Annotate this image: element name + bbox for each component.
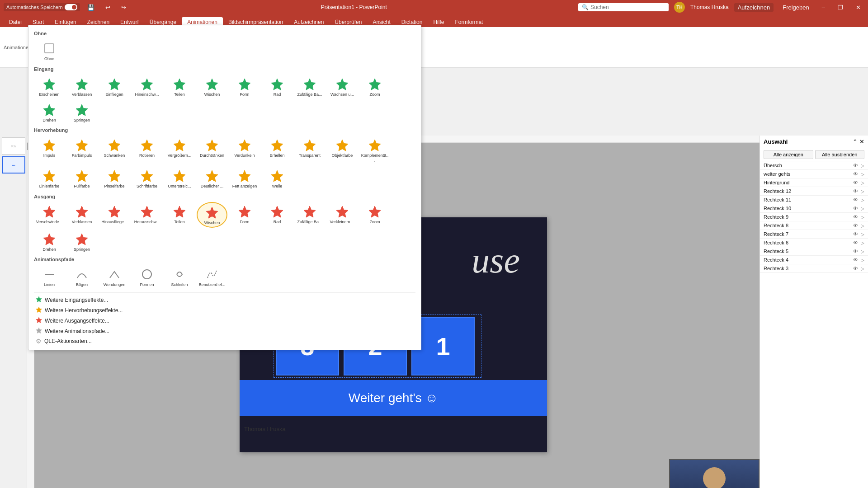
- anim-springen_ein[interactable]: Springen: [66, 100, 97, 124]
- undo-button[interactable]: ↩: [102, 3, 114, 12]
- anim-welle[interactable]: Welle: [262, 166, 292, 190]
- visibility-icon[interactable]: 👁: [853, 188, 858, 194]
- anim-form_aus[interactable]: Form: [229, 202, 260, 228]
- list-item[interactable]: Rechteck 6👁▷: [760, 239, 868, 247]
- tab-hilfe[interactable]: Hilfe: [428, 17, 449, 27]
- visibility-icon[interactable]: 👁: [853, 163, 858, 168]
- list-item[interactable]: Rechteck 9👁▷: [760, 213, 868, 221]
- play-icon[interactable]: ▷: [861, 197, 864, 202]
- list-item[interactable]: Rechteck 8👁▷: [760, 221, 868, 230]
- play-icon[interactable]: ▷: [861, 249, 864, 254]
- anim-teilen[interactable]: Teilen: [164, 75, 195, 99]
- visibility-icon[interactable]: 👁: [853, 171, 858, 177]
- list-item[interactable]: Übersch👁▷: [760, 161, 868, 170]
- anim-verdunkeln[interactable]: Verdunkeln: [229, 136, 260, 164]
- anim-springen_aus[interactable]: Springen: [66, 230, 97, 253]
- anim-linien[interactable]: Linien: [34, 265, 65, 289]
- play-icon[interactable]: ▷: [861, 266, 864, 271]
- search-input[interactable]: [590, 4, 658, 10]
- anim-schriftfarbe[interactable]: Schriftfarbe: [132, 166, 162, 190]
- anim-impuls[interactable]: Impuls: [34, 136, 65, 164]
- list-item[interactable]: Rechteck 11👁▷: [760, 196, 868, 204]
- record-button[interactable]: Aufzeichnen: [734, 3, 774, 12]
- anim-erhellen[interactable]: Erhellen: [262, 136, 292, 164]
- play-icon[interactable]: ▷: [861, 258, 864, 263]
- visibility-icon[interactable]: 👁: [853, 206, 858, 211]
- anim-herausschweben[interactable]: Herausschw...: [132, 202, 162, 228]
- anim-schleifen[interactable]: Schleifen: [164, 265, 195, 289]
- slide-thumb-1[interactable]: 1 Ka: [2, 137, 25, 155]
- list-item[interactable]: Rechteck 3👁▷: [760, 264, 868, 273]
- anim-rad_aus[interactable]: Rad: [262, 202, 292, 228]
- anim-erscheinen[interactable]: Erscheinen: [34, 75, 65, 99]
- list-item[interactable]: Rechteck 7👁▷: [760, 230, 868, 239]
- extra-link-weitere_ausgang[interactable]: Weitere Ausgangseffekte...: [34, 315, 415, 326]
- restore-button[interactable]: ❐: [834, 3, 847, 12]
- play-icon[interactable]: ▷: [861, 189, 864, 194]
- anim-form_ein[interactable]: Form: [229, 75, 260, 99]
- anim-verblassen[interactable]: Verblassen: [66, 75, 97, 99]
- anim-verblassen_aus[interactable]: Verblassen: [66, 202, 97, 228]
- close-button[interactable]: ✕: [852, 3, 864, 12]
- anim-teilen_aus[interactable]: Teilen: [164, 202, 195, 228]
- visibility-icon[interactable]: 👁: [853, 214, 858, 220]
- anim-zoom_ein[interactable]: Zoom: [359, 75, 390, 99]
- list-item[interactable]: weiter gehts👁▷: [760, 170, 868, 178]
- anim-pinselfarbe[interactable]: Pinselfarbe: [99, 166, 130, 190]
- visibility-icon[interactable]: 👁: [853, 180, 858, 185]
- panel-close-button[interactable]: ✕: [859, 138, 864, 145]
- anim-boegen[interactable]: Bögen: [66, 265, 97, 289]
- anim-hineinschweben[interactable]: Hineinschw...: [132, 75, 162, 99]
- list-item[interactable]: Rechteck 4👁▷: [760, 256, 868, 264]
- anim-farbimpuls[interactable]: Farbimpuls: [66, 136, 97, 164]
- anim-deutlicher[interactable]: Deutlicher ...: [197, 166, 227, 190]
- anim-drehen_ein[interactable]: Drehen: [34, 100, 65, 124]
- anim-hinausfliegen[interactable]: Hinausfliege...: [99, 202, 130, 228]
- anim-wischen_aus[interactable]: Wischen: [197, 202, 227, 228]
- list-item[interactable]: Rechteck 10👁▷: [760, 204, 868, 213]
- list-item[interactable]: Rechteck 5👁▷: [760, 247, 868, 256]
- anim-ohne[interactable]: Ohne: [34, 39, 65, 63]
- save-button[interactable]: 💾: [84, 3, 98, 12]
- hide-all-button[interactable]: Alle ausblenden: [815, 150, 865, 159]
- list-item[interactable]: Rechteck 12👁▷: [760, 187, 868, 196]
- anim-objektfarbe[interactable]: Objektfarbe: [327, 136, 358, 164]
- anim-benutzerdefiniert[interactable]: Benutzerd ef...: [197, 265, 227, 289]
- panel-expand-button[interactable]: ⌃: [853, 138, 858, 145]
- play-icon[interactable]: ▷: [861, 206, 864, 211]
- play-icon[interactable]: ▷: [861, 163, 864, 168]
- play-icon[interactable]: ▷: [861, 215, 864, 220]
- anim-unterstreichen[interactable]: Unterstreic...: [164, 166, 195, 190]
- anim-einfliegen[interactable]: Einfliegen: [99, 75, 130, 99]
- anim-verkleinern[interactable]: Verkleinern ...: [327, 202, 358, 228]
- anim-fuellfarbe[interactable]: Füllfarbe: [66, 166, 97, 190]
- show-all-button[interactable]: Alle anzeigen: [764, 150, 813, 159]
- extra-link-weitere_hervorhebung[interactable]: Weitere Hervorhebungseffekte...: [34, 305, 415, 315]
- anim-transparent[interactable]: Transparent: [294, 136, 325, 164]
- share-button[interactable]: Freigeben: [779, 3, 813, 12]
- tab-datei[interactable]: Datei: [4, 17, 27, 27]
- anim-komplementaer[interactable]: Komplementä...: [359, 136, 390, 164]
- visibility-icon[interactable]: 👁: [853, 240, 858, 245]
- anim-durchtraenken[interactable]: Durchtränken: [197, 136, 227, 164]
- play-icon[interactable]: ▷: [861, 180, 864, 185]
- anim-wendungen[interactable]: Wendungen: [99, 265, 130, 289]
- anim-wachsen[interactable]: Wachsen u...: [327, 75, 358, 99]
- list-item[interactable]: Hintergrund👁▷: [760, 178, 868, 187]
- anim-zufaellige_ba_aus[interactable]: Zufällige Ba...: [294, 202, 325, 228]
- visibility-icon[interactable]: 👁: [853, 257, 858, 263]
- play-icon[interactable]: ▷: [861, 240, 864, 245]
- extra-link-weitere_eingang[interactable]: Weitere Eingangseffekte...: [34, 295, 415, 305]
- anim-linienfarbe[interactable]: Linienfarbe: [34, 166, 65, 190]
- anim-verschwinden[interactable]: Verschwinde...: [34, 202, 65, 228]
- tab-formformat[interactable]: Formformat: [449, 17, 488, 27]
- anim-fett_anzeigen[interactable]: Fett anzeigen: [229, 166, 260, 190]
- minimize-button[interactable]: –: [818, 3, 829, 12]
- anim-formen[interactable]: Formen: [132, 265, 162, 289]
- search-box[interactable]: 🔍: [578, 3, 669, 11]
- visibility-icon[interactable]: 👁: [853, 223, 858, 228]
- anim-vergroessern[interactable]: Vergrößern...: [164, 136, 195, 164]
- play-icon[interactable]: ▷: [861, 232, 864, 237]
- anim-rotieren[interactable]: Rotieren: [132, 136, 162, 164]
- anim-zoom_aus[interactable]: Zoom: [359, 202, 390, 228]
